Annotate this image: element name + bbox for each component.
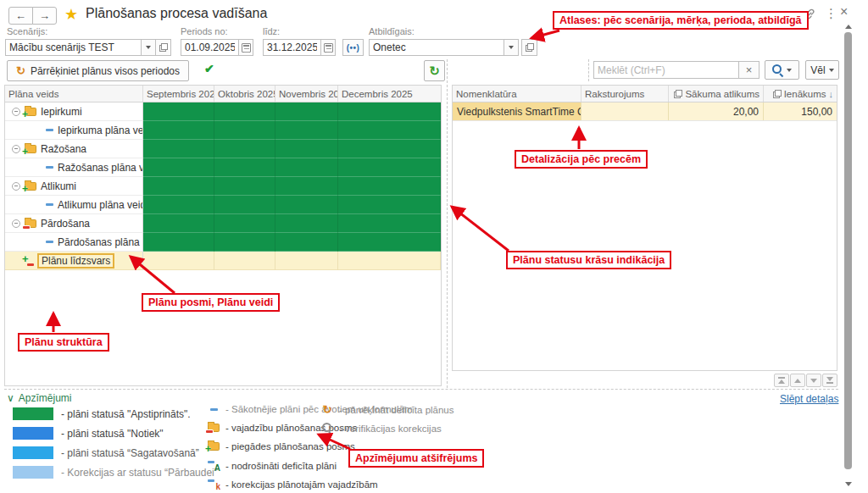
- go-last-button[interactable]: [822, 374, 837, 387]
- plan-cell[interactable]: [275, 121, 338, 140]
- tree-cell[interactable]: Iepirkumi: [5, 102, 143, 121]
- scrollbar-thumb[interactable]: [844, 32, 852, 469]
- nomenclature-row-selected[interactable]: Viedpulkstenis SmartTime GT3 20,00 150,0…: [453, 102, 837, 121]
- plan-cell[interactable]: [143, 214, 214, 233]
- forward-button[interactable]: →: [32, 7, 57, 25]
- search-button[interactable]: [765, 60, 799, 80]
- period-from-input[interactable]: [181, 39, 239, 56]
- period-to-calendar-button[interactable]: [320, 39, 336, 56]
- plan-cell[interactable]: [275, 140, 338, 158]
- collapse-icon[interactable]: [12, 108, 20, 116]
- scenario-input[interactable]: [5, 39, 142, 56]
- tree-cell[interactable]: Ražošana: [5, 140, 143, 158]
- plan-cell[interactable]: [143, 158, 214, 177]
- plan-cell[interactable]: [275, 196, 338, 214]
- scroll-down-arrow[interactable]: [845, 482, 852, 486]
- plan-cell[interactable]: [275, 214, 338, 233]
- collapse-icon[interactable]: [12, 182, 20, 191]
- period-picker-button[interactable]: (••): [342, 39, 364, 56]
- tree-cell[interactable]: Iepirkuma plāna veids: [5, 121, 143, 140]
- scenario-dropdown-button[interactable]: [141, 39, 156, 56]
- tree-cell[interactable]: Plānu līdzsvars: [5, 252, 143, 270]
- back-button[interactable]: ←: [8, 7, 33, 25]
- more-actions-button[interactable]: Vēl: [805, 60, 839, 80]
- plan-cell[interactable]: [143, 140, 214, 158]
- clear-search-button[interactable]: ×: [738, 61, 760, 79]
- table-row: Ražošana: [5, 140, 441, 158]
- responsible-open-button[interactable]: [521, 39, 537, 56]
- plan-cell[interactable]: [214, 140, 275, 158]
- plan-cell[interactable]: [143, 252, 214, 270]
- period-to-input[interactable]: [263, 39, 321, 56]
- plan-cell[interactable]: [275, 102, 338, 121]
- responsible-dropdown-button[interactable]: [504, 39, 519, 56]
- collapse-icon[interactable]: [12, 145, 20, 153]
- plan-cell[interactable]: [143, 102, 214, 121]
- favorite-star-icon[interactable]: ★: [64, 5, 78, 24]
- tree-cell[interactable]: Atlikumu plāna veids: [5, 196, 143, 214]
- plan-cell[interactable]: [275, 252, 338, 270]
- selected-cell-box[interactable]: Plānu līdzsvars: [37, 253, 114, 269]
- tree-cell[interactable]: Pārdošanas plāna ...: [5, 233, 143, 252]
- tree-cell[interactable]: Ražošanas plāna v...: [5, 158, 143, 177]
- opening-balance-cell[interactable]: 20,00: [669, 102, 764, 120]
- close-icon[interactable]: ×: [840, 4, 848, 19]
- plan-cell[interactable]: [143, 121, 214, 140]
- characteristic-cell[interactable]: [581, 102, 669, 120]
- plan-cell[interactable]: [214, 158, 275, 177]
- column-header-december[interactable]: Decembris 2025: [338, 86, 441, 102]
- column-header-nomenclature[interactable]: Nomenklatūra: [453, 86, 581, 102]
- responsible-input[interactable]: [369, 39, 504, 56]
- scroll-up-arrow[interactable]: [845, 25, 852, 29]
- recalculate-plans-button[interactable]: ↻ Pārrēķiniet plānus visos periodos: [7, 60, 189, 81]
- refresh-button[interactable]: ↻: [424, 60, 445, 81]
- plan-cell[interactable]: [338, 252, 441, 270]
- period-from-calendar-button[interactable]: [238, 39, 253, 56]
- plan-cell[interactable]: [338, 214, 441, 233]
- tree-cell[interactable]: Pārdošana: [5, 214, 143, 233]
- plan-cell[interactable]: [214, 252, 275, 270]
- plan-cell[interactable]: [338, 140, 441, 158]
- column-header-characteristic[interactable]: Raksturojums: [581, 86, 669, 102]
- plan-cell[interactable]: [275, 158, 338, 177]
- more-menu-icon[interactable]: ⋮: [825, 6, 837, 21]
- plan-cell[interactable]: [214, 121, 275, 140]
- scenario-open-button[interactable]: [155, 39, 171, 56]
- plan-cell[interactable]: [338, 102, 441, 121]
- plan-cell[interactable]: [214, 196, 275, 214]
- go-first-button[interactable]: [774, 374, 789, 387]
- pane-splitter[interactable]: [447, 59, 448, 388]
- verification-icon: [322, 423, 333, 434]
- plan-cell[interactable]: [338, 177, 441, 196]
- hide-details-link[interactable]: Slēpt detaļas: [780, 393, 838, 405]
- tree-cell[interactable]: Atlikumi: [5, 177, 143, 196]
- plan-cell[interactable]: [214, 102, 275, 121]
- plan-cell[interactable]: [143, 233, 214, 252]
- column-header-september[interactable]: Septembris 2025: [143, 86, 214, 102]
- plan-cell[interactable]: [338, 158, 441, 177]
- go-down-button[interactable]: [806, 374, 821, 387]
- column-header-november[interactable]: Novembris 2025: [275, 86, 338, 102]
- plan-cell[interactable]: [275, 233, 338, 252]
- open-form-icon: [773, 90, 782, 98]
- collapse-icon[interactable]: [12, 219, 20, 228]
- plan-kind-icon: [46, 203, 53, 206]
- plan-cell[interactable]: [338, 196, 441, 214]
- search-input[interactable]: [593, 61, 739, 79]
- column-header-income[interactable]: Ienākums ↓: [764, 86, 837, 102]
- plan-cell[interactable]: [214, 214, 275, 233]
- plan-cell[interactable]: [143, 177, 214, 196]
- plan-cell[interactable]: [214, 233, 275, 252]
- nomenclature-cell[interactable]: Viedpulkstenis SmartTime GT3: [453, 102, 581, 120]
- income-cell[interactable]: 150,00: [764, 102, 837, 120]
- plan-cell[interactable]: [338, 233, 441, 252]
- plan-cell[interactable]: [214, 177, 275, 196]
- column-header-opening-balance[interactable]: Sākuma atlikums: [669, 86, 764, 102]
- plan-cell[interactable]: [338, 121, 441, 140]
- legend-toggle[interactable]: ∨ Apzīmējumi: [7, 392, 71, 404]
- plan-cell[interactable]: [143, 196, 214, 214]
- column-header-october[interactable]: Oktobris 2025: [214, 86, 275, 102]
- plan-cell[interactable]: [275, 177, 338, 196]
- column-header-plan-type[interactable]: Plāna veids: [5, 86, 143, 102]
- go-up-button[interactable]: [790, 374, 805, 387]
